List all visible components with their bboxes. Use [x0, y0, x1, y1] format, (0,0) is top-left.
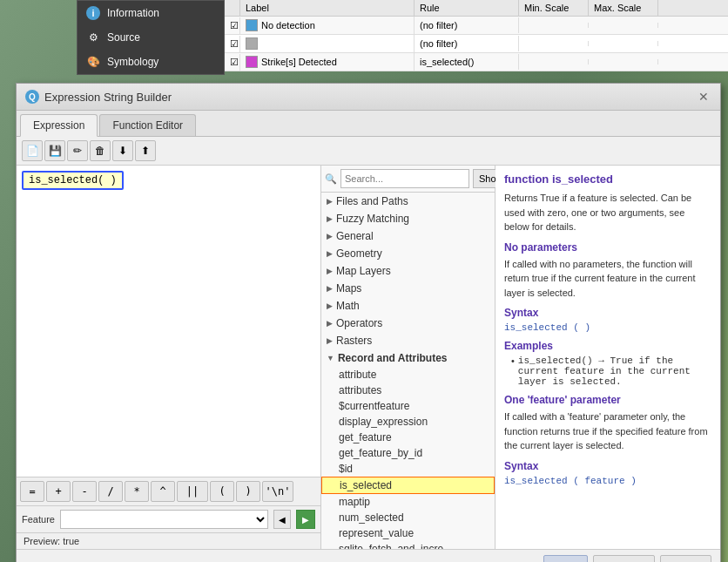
func-item-num-selected[interactable]: num_selected [321, 510, 495, 525]
operators-panel: = + - / * ^ || ( ) '\n' [17, 477, 320, 505]
new-expression-button[interactable]: 📄 [22, 140, 43, 161]
help-one-param-text: If called with a 'feature' parameter onl… [504, 410, 711, 453]
context-menu-source[interactable]: ⚙ Source [78, 25, 224, 50]
group-general[interactable]: ▶ General [321, 227, 495, 245]
arrow-icon: ▶ [327, 267, 333, 275]
load-expression-button[interactable]: ⬇ [112, 140, 133, 161]
op-concat[interactable]: || [177, 481, 208, 502]
run-button[interactable]: ▶ [296, 510, 315, 529]
expression-dialog: Q Expression String Builder ✕ Expression… [16, 83, 721, 562]
group-maps[interactable]: ▶ Maps [321, 280, 495, 297]
expression-value: is_selected( ) [22, 171, 124, 190]
func-item-represent-value[interactable]: represent_value [321, 525, 495, 541]
help-description: Returns True if a feature is selected. C… [504, 191, 711, 234]
group-files-and-paths[interactable]: ▶ Files and Paths [321, 193, 495, 210]
syntax-code-1: is_selected ( ) [504, 322, 711, 333]
col-rule-header: Rule [415, 0, 519, 16]
row-rule: (no filter) [415, 17, 519, 33]
feature-label: Feature [22, 514, 55, 525]
func-item-get-feature-by-id[interactable]: get_feature_by_id [321, 445, 495, 461]
arrow-icon: ▶ [327, 214, 333, 223]
close-button[interactable]: ✕ [696, 89, 711, 105]
op-open-paren[interactable]: ( [210, 481, 234, 502]
group-label: Files and Paths [336, 195, 408, 207]
group-map-layers[interactable]: ▶ Map Layers [321, 262, 495, 280]
feature-select[interactable] [60, 510, 268, 529]
func-item-get-feature[interactable]: get_feature [321, 430, 495, 445]
func-item-maptip[interactable]: maptip [321, 494, 495, 510]
cancel-button[interactable]: Cancel [593, 555, 655, 562]
func-item-label: attribute [339, 369, 376, 381]
tab-function-editor[interactable]: Function Editor [99, 114, 196, 136]
preview-value: true [63, 536, 79, 546]
arrow-icon: ▶ [327, 284, 333, 293]
func-item-id[interactable]: $id [321, 461, 495, 477]
col-checkbox [225, 0, 240, 16]
row-rule: is_selected() [415, 54, 519, 70]
op-divide[interactable]: / [98, 481, 123, 502]
tab-expression[interactable]: Expression [20, 114, 98, 137]
help-section-no-params: No parameters [504, 241, 711, 254]
help-title: function is_selected [504, 173, 711, 186]
function-list[interactable]: ▶ Files and Paths ▶ Fuzzy Matching ▶ Gen… [321, 193, 495, 549]
row-rule: (no filter) [415, 36, 519, 51]
table-row: ☑ (no filter) [225, 35, 728, 53]
expression-editor[interactable]: is_selected( ) [17, 166, 320, 477]
op-close-paren[interactable]: ) [236, 481, 260, 502]
func-item-currentfeature[interactable]: $currentfeature [321, 398, 495, 414]
op-newline[interactable]: '\n' [262, 481, 293, 502]
group-record-and-attributes[interactable]: ▼ Record and Attributes [321, 349, 495, 367]
op-multiply[interactable]: * [125, 481, 149, 502]
panels: is_selected( ) = + - / * ^ || ( ) '\n' F… [17, 166, 720, 549]
group-math[interactable]: ▶ Math [321, 297, 495, 315]
group-label: Math [336, 300, 360, 312]
arrow-icon: ▶ [327, 301, 333, 310]
context-menu-information[interactable]: i Information [78, 1, 224, 25]
func-item-display-expression[interactable]: display_expression [321, 414, 495, 430]
arrow-down-icon: ▼ [327, 354, 334, 362]
arrow-icon: ▶ [327, 249, 333, 258]
example-code: is_selected() → True if the current feat… [518, 355, 711, 387]
palette-icon: 🎨 [86, 55, 100, 69]
prev-feature-button[interactable]: ◀ [273, 510, 291, 529]
context-menu-source-label: Source [107, 31, 140, 44]
color-swatch [246, 19, 258, 31]
table-row: ☑ No detection (no filter) [225, 17, 728, 35]
group-operators[interactable]: ▶ Operators [321, 315, 495, 332]
col-maxscale-header: Max. Scale [589, 0, 658, 16]
save-expression-button[interactable]: 💾 [44, 140, 65, 161]
op-power[interactable]: ^ [151, 481, 175, 502]
func-item-sqlite-fetch[interactable]: sqlite_fetch_and_incre... [321, 541, 495, 549]
help-button[interactable]: Help [660, 555, 711, 562]
edit-expression-button[interactable]: ✏ [67, 140, 88, 161]
help-panel: function is_selected Returns True if a f… [495, 166, 720, 549]
export-expression-button[interactable]: ⬆ [135, 140, 156, 161]
group-label: Record and Attributes [338, 352, 448, 364]
arrow-icon: ▶ [327, 336, 333, 345]
col-label-header: Label [240, 0, 415, 16]
syntax-code-2: is_selected ( feature ) [504, 476, 711, 486]
left-panel: is_selected( ) = + - / * ^ || ( ) '\n' F… [17, 166, 321, 549]
search-input[interactable] [340, 169, 469, 188]
func-item-label: $currentfeature [339, 400, 409, 412]
ok-button[interactable]: OK [543, 555, 588, 562]
func-item-attributes[interactable]: attributes [321, 383, 495, 398]
group-rasters[interactable]: ▶ Rasters [321, 332, 495, 349]
delete-expression-button[interactable]: 🗑 [90, 140, 111, 161]
func-item-label: maptip [339, 496, 370, 508]
func-item-label: is_selected [340, 479, 392, 491]
group-fuzzy-matching[interactable]: ▶ Fuzzy Matching [321, 210, 495, 227]
preview-label: Preview: [24, 536, 60, 546]
op-minus[interactable]: - [72, 481, 97, 502]
group-geometry[interactable]: ▶ Geometry [321, 245, 495, 262]
func-item-attribute[interactable]: attribute [321, 367, 495, 383]
group-label: Maps [336, 282, 361, 295]
func-item-is-selected[interactable]: is_selected [321, 477, 495, 494]
func-item-label: num_selected [339, 511, 404, 524]
context-menu-symbology[interactable]: 🎨 Symbology [78, 50, 224, 74]
op-equals[interactable]: = [20, 481, 44, 502]
syntax-label-1: Syntax [504, 307, 711, 319]
gear-icon: ⚙ [86, 30, 100, 44]
op-plus[interactable]: + [46, 481, 71, 502]
expression-toolbar: 📄 💾 ✏ 🗑 ⬇ ⬆ [17, 137, 720, 166]
